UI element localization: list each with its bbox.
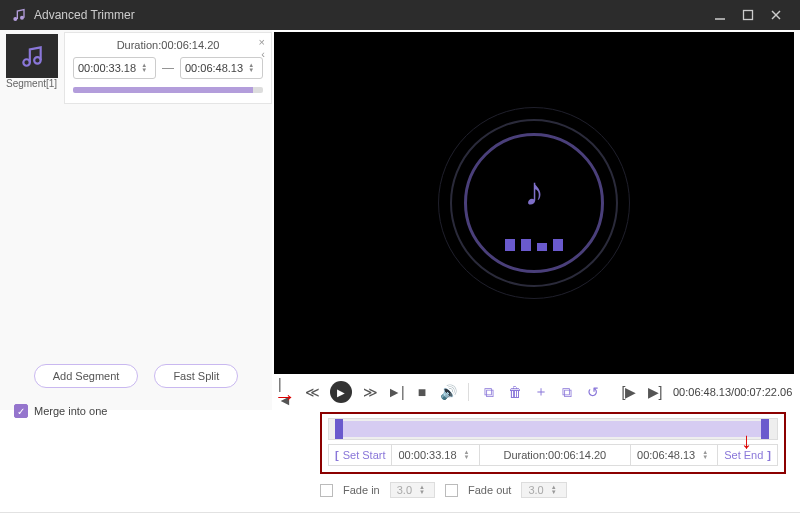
svg-rect-3 xyxy=(744,11,753,20)
trim-start-input[interactable]: 00:00:33.18▲▼ xyxy=(392,445,479,465)
maximize-button[interactable] xyxy=(734,1,762,29)
playback-time: 00:06:48.13/00:07:22.06 xyxy=(673,386,792,398)
set-start-button[interactable]: [Set Start xyxy=(329,445,392,465)
add-icon[interactable]: ＋ xyxy=(533,384,549,400)
cut-icon[interactable]: ⧉ xyxy=(481,384,497,400)
segment-caption: Segment[1] xyxy=(6,78,64,89)
play-button[interactable]: ▶ xyxy=(330,381,352,403)
segment-mini-track[interactable] xyxy=(73,87,263,93)
trim-duration-label: Duration:00:06:14.20 xyxy=(480,445,631,465)
copy-icon[interactable]: ⧉ xyxy=(559,384,575,400)
trim-handle-start[interactable] xyxy=(335,419,343,439)
spinner-icon[interactable]: ▲▼ xyxy=(548,485,560,495)
segment-end-input[interactable]: 00:06:48.13▲▼ xyxy=(180,57,263,79)
window-title: Advanced Trimmer xyxy=(34,8,706,22)
fade-out-value[interactable]: 3.0▲▼ xyxy=(521,482,566,498)
next-frame-icon[interactable]: ≫ xyxy=(362,384,378,400)
prev-frame-icon[interactable]: ≪ xyxy=(304,384,320,400)
seek-end-icon[interactable]: ►| xyxy=(388,384,404,400)
spinner-icon[interactable]: ▲▼ xyxy=(461,450,473,460)
fade-out-label: Fade out xyxy=(468,484,511,496)
spinner-icon[interactable]: ▲▼ xyxy=(416,485,428,495)
fade-in-value[interactable]: 3.0▲▼ xyxy=(390,482,435,498)
fade-out-checkbox[interactable] xyxy=(445,484,458,497)
segment-thumbnail[interactable] xyxy=(6,34,58,78)
fade-in-checkbox[interactable] xyxy=(320,484,333,497)
preview-area: ♪ xyxy=(274,32,794,374)
stop-button[interactable]: ■ xyxy=(414,384,430,400)
set-in-icon[interactable]: [▶ xyxy=(621,384,637,400)
annotation-arrow-down: ↓ xyxy=(741,428,752,454)
fast-split-button[interactable]: Fast Split xyxy=(154,364,238,388)
trim-end-input[interactable]: 00:06:48.13▲▼ xyxy=(631,445,718,465)
music-note-icon xyxy=(19,43,45,69)
trim-controls-highlight: [Set Start 00:00:33.18▲▼ Duration:00:06:… xyxy=(320,412,786,474)
fade-row: Fade in 3.0▲▼ Fade out 3.0▲▼ xyxy=(320,482,786,498)
range-dash: — xyxy=(162,61,174,75)
close-button[interactable] xyxy=(762,1,790,29)
timeline-track[interactable] xyxy=(328,418,778,440)
segments-sidebar: Segment[1] × ‹ Duration:00:06:14.20 00:0… xyxy=(0,30,272,410)
segment-start-input[interactable]: 00:00:33.18▲▼ xyxy=(73,57,156,79)
volume-icon[interactable]: 🔊 xyxy=(440,384,456,400)
spinner-icon[interactable]: ▲▼ xyxy=(138,63,150,73)
audio-visual-icon: ♪ xyxy=(464,133,604,273)
spinner-icon[interactable]: ▲▼ xyxy=(699,450,711,460)
segment-collapse-icon[interactable]: ‹ xyxy=(261,49,265,59)
annotation-arrow-right: → xyxy=(274,384,296,410)
trim-handle-end[interactable] xyxy=(761,419,769,439)
segment-panel: × ‹ Duration:00:06:14.20 00:00:33.18▲▼ —… xyxy=(64,32,272,104)
add-segment-button[interactable]: Add Segment xyxy=(34,364,139,388)
merge-checkbox[interactable]: ✓ xyxy=(14,404,28,418)
segment-close-icon[interactable]: × xyxy=(259,37,265,47)
merge-label: Merge into one xyxy=(34,405,107,417)
minimize-button[interactable] xyxy=(706,1,734,29)
fade-in-label: Fade in xyxy=(343,484,380,496)
segment-duration-label: Duration:00:06:14.20 xyxy=(73,39,263,51)
spinner-icon[interactable]: ▲▼ xyxy=(245,63,257,73)
title-bar: Advanced Trimmer xyxy=(0,0,800,30)
app-logo-icon xyxy=(10,7,26,23)
playback-toolbar: |◄ ≪ ▶ ≫ ►| ■ 🔊 ⧉ 🗑 ＋ ⧉ ↺ [▶ ▶] 00:06:48… xyxy=(272,374,800,410)
set-out-icon[interactable]: ▶] xyxy=(647,384,663,400)
delete-icon[interactable]: 🗑 xyxy=(507,384,523,400)
undo-icon[interactable]: ↺ xyxy=(585,384,601,400)
